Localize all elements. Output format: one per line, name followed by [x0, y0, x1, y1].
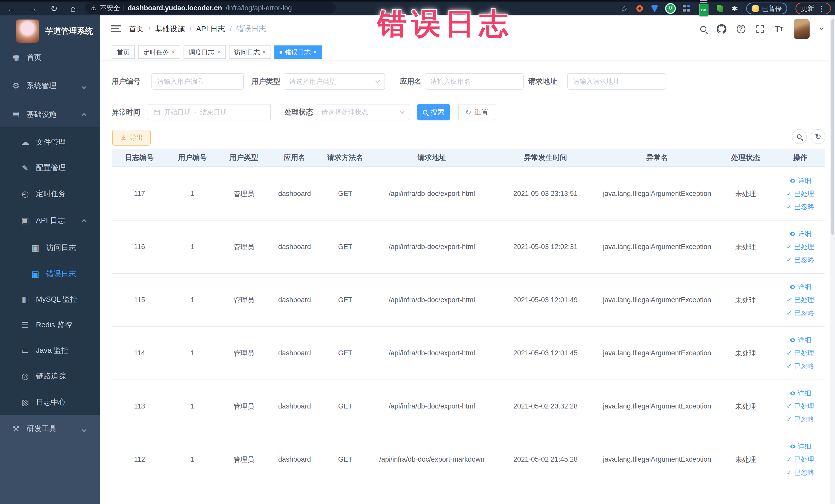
mark-processed-link[interactable]: ✓已处理	[787, 296, 814, 304]
sidebar-item-job[interactable]: ◴定时任务	[0, 181, 100, 207]
sidebar-item-home[interactable]: ▦首页	[0, 45, 100, 70]
extension-green-icon[interactable]: V	[666, 4, 675, 13]
database-icon: ▥	[20, 295, 31, 304]
gear-icon: ⚙	[10, 81, 22, 90]
mark-ignored-link[interactable]: ✓已忽略	[787, 256, 814, 264]
back-icon[interactable]: ←	[7, 4, 16, 13]
mark-ignored-link[interactable]: ✓已忽略	[787, 309, 814, 318]
mark-processed-link[interactable]: ✓已处理	[787, 189, 814, 198]
help-icon[interactable]: ?	[737, 25, 746, 33]
cell-time: 2021-05-02 21:45:28	[493, 456, 598, 463]
home-icon[interactable]: ⌂	[70, 4, 76, 13]
sidebar-item-file[interactable]: ☁文件管理	[0, 129, 100, 155]
table-row: 1141管理员dashboardGET/api/infra/db-doc/exp…	[112, 327, 825, 380]
exception-time-range-picker[interactable]: 开始日期 - 结束日期	[148, 104, 271, 120]
user-id-input[interactable]	[151, 73, 244, 89]
check-icon: ✓	[787, 349, 792, 357]
process-status-placeholder: 请选择处理状态	[321, 108, 397, 117]
browser-update-button[interactable]: 更新 ⋮	[795, 3, 831, 14]
export-button[interactable]: 导出	[112, 130, 151, 146]
cell-method: GET	[320, 190, 371, 198]
sidebar-item-mysql[interactable]: ▥MySQL 监控	[0, 286, 100, 312]
bookmark-star-icon[interactable]: ☆	[620, 3, 628, 14]
hamburger-menu-icon[interactable]	[111, 24, 121, 34]
forward-icon[interactable]: →	[29, 4, 38, 13]
mark-processed-link[interactable]: ✓已处理	[787, 349, 814, 358]
tab-1[interactable]: 定时任务×	[138, 45, 180, 59]
sidebar-item-java[interactable]: ▭Java 监控	[0, 338, 100, 363]
sidebar-item-api-log[interactable]: ▣API 日志	[0, 208, 100, 234]
address-bar[interactable]: ⚠ 不安全 dashboard.yudao.iocoder.cn/infra/l…	[85, 2, 336, 14]
detail-link[interactable]: 详细	[789, 176, 811, 185]
extension-leaf-icon[interactable]	[717, 5, 724, 12]
extension-on-badge-icon[interactable]: on	[699, 0, 709, 17]
sidebar-item-error-log[interactable]: ▣错误日志	[0, 261, 100, 287]
extension-grid-icon[interactable]	[683, 5, 691, 12]
paused-extension-badge[interactable]: 已暂停	[746, 3, 787, 14]
detail-link[interactable]: 详细	[789, 336, 811, 345]
close-icon[interactable]: ×	[313, 48, 317, 56]
sidebar-item-access-log[interactable]: ▣访问日志	[0, 235, 100, 261]
row-actions: 详细✓已处理✓已忽略	[775, 336, 825, 371]
github-icon[interactable]	[717, 24, 727, 34]
detail-link[interactable]: 详细	[789, 442, 811, 451]
sidebar-item-trace[interactable]: ◎链路追踪	[0, 363, 100, 389]
app-logo[interactable]: 芋道管理系统	[16, 20, 93, 43]
mark-processed-link[interactable]: ✓已处理	[787, 455, 814, 464]
table-row: 1171管理员dashboardGET/api/infra/db-doc/exp…	[112, 167, 825, 221]
extensions-puzzle-icon[interactable]: ✱	[732, 4, 738, 13]
close-icon[interactable]: ×	[262, 48, 266, 56]
search-button[interactable]: 搜索	[417, 104, 450, 120]
font-size-icon[interactable]: TT	[775, 24, 783, 34]
mark-ignored-link[interactable]: ✓已忽略	[787, 202, 814, 211]
user-avatar[interactable]	[794, 19, 810, 39]
mark-processed-link[interactable]: ✓已处理	[787, 242, 814, 251]
mark-ignored-link[interactable]: ✓已忽略	[787, 415, 814, 424]
mark-processed-link[interactable]: ✓已处理	[787, 402, 814, 411]
chevron-down-icon[interactable]	[819, 26, 823, 30]
ignored-label: 已忽略	[794, 202, 814, 211]
sidebar-item-log-center[interactable]: ▧日志中心	[0, 389, 100, 415]
sidebar-item-infra[interactable]: ▤基础设施	[0, 102, 100, 127]
mark-ignored-link[interactable]: ✓已忽略	[787, 468, 814, 477]
request-url-input[interactable]	[567, 73, 666, 89]
sidebar-item-config[interactable]: ✎配置管理	[0, 155, 100, 181]
close-icon[interactable]: ×	[217, 48, 221, 56]
tab-0[interactable]: 首页	[111, 45, 135, 59]
search-icon[interactable]	[700, 26, 707, 32]
breadcrumb-item[interactable]: 首页	[129, 24, 144, 34]
ignored-label: 已忽略	[794, 309, 814, 318]
tab-2[interactable]: 调度日志×	[184, 45, 226, 59]
detail-link[interactable]: 详细	[789, 389, 811, 398]
export-button-label: 导出	[130, 133, 143, 142]
cell-id: 117	[112, 190, 167, 198]
browser-menu-icon[interactable]: ⋮	[818, 4, 826, 13]
sidebar-item-redis[interactable]: ☰Redis 监控	[0, 312, 100, 338]
tab-3[interactable]: 访问日志×	[229, 45, 271, 59]
fullscreen-icon[interactable]	[756, 25, 765, 33]
sidebar-item-dev-tools[interactable]: ⚒研发工具	[0, 416, 100, 442]
extension-orange-icon[interactable]	[636, 5, 643, 12]
close-icon[interactable]: ×	[171, 48, 175, 56]
process-status-select[interactable]: 请选择处理状态	[316, 104, 409, 120]
app-name-input[interactable]	[425, 73, 524, 89]
extension-shield-icon[interactable]	[651, 5, 658, 12]
breadcrumb-item[interactable]: API 日志	[196, 24, 225, 34]
refresh-table-button[interactable]: ↻	[811, 129, 826, 144]
reset-button[interactable]: ↻ 重置	[458, 104, 495, 120]
user-type-select[interactable]: 请选择用户类型	[284, 73, 385, 89]
detail-link[interactable]: 详细	[789, 282, 811, 291]
sidebar-item-system[interactable]: ⚙系统管理	[0, 73, 100, 99]
reload-icon[interactable]: ↻	[50, 4, 58, 13]
search-button-label: 搜索	[430, 107, 444, 117]
tab-4[interactable]: 错误日志×	[274, 45, 322, 59]
ignored-label: 已忽略	[794, 415, 814, 424]
scrollbar-thumb[interactable]	[831, 19, 834, 235]
cell-app: dashboard	[269, 456, 320, 463]
mark-ignored-link[interactable]: ✓已忽略	[787, 362, 814, 371]
toggle-search-button[interactable]	[792, 129, 807, 144]
table-row: 1151管理员dashboardGET/api/infra/db-doc/exp…	[112, 274, 825, 327]
detail-link[interactable]: 详细	[789, 229, 811, 238]
breadcrumb-item[interactable]: 基础设施	[155, 24, 185, 34]
page-scrollbar[interactable]	[830, 15, 835, 504]
